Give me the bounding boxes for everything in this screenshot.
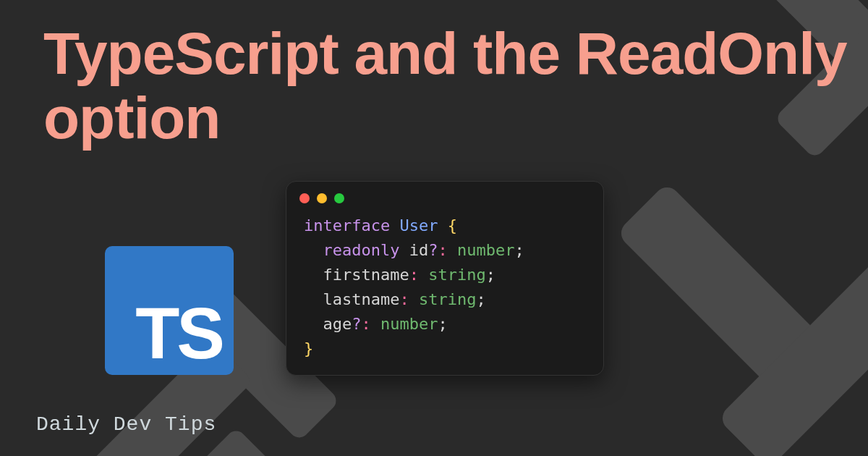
code-keyword: interface <box>304 216 390 235</box>
code-prop: id <box>409 241 429 259</box>
code-brace-open: { <box>448 216 457 235</box>
window-controls <box>286 182 603 209</box>
minimize-icon <box>317 193 327 203</box>
code-window: interface User { readonly id?: number; f… <box>286 181 604 376</box>
code-typename: User <box>399 216 438 235</box>
code-type: number <box>457 241 514 259</box>
code-optional: ? <box>428 241 438 259</box>
close-icon <box>299 193 310 203</box>
code-prop: firstname <box>323 266 409 284</box>
page-title: TypeScript and the ReadOnly option <box>43 22 868 150</box>
code-semi: ; <box>486 266 495 284</box>
footer-text: Daily Dev Tips <box>36 413 216 436</box>
code-colon: : <box>399 290 409 308</box>
code-brace-close: } <box>304 339 313 358</box>
code-colon: : <box>438 241 447 259</box>
code-semi: ; <box>476 290 485 308</box>
code-block: interface User { readonly id?: number; f… <box>286 209 603 362</box>
code-type: number <box>380 315 438 333</box>
code-type: string <box>419 290 476 308</box>
code-readonly: readonly <box>323 241 400 259</box>
code-semi: ; <box>514 241 524 259</box>
code-colon: : <box>409 266 419 284</box>
typescript-logo-text: TS <box>135 297 222 369</box>
code-prop: age <box>323 315 352 333</box>
code-colon: : <box>362 315 371 333</box>
code-prop: lastname <box>323 290 400 308</box>
code-type: string <box>428 266 485 284</box>
code-semi: ; <box>438 315 447 333</box>
maximize-icon <box>334 193 344 203</box>
code-optional: ? <box>352 315 361 333</box>
typescript-logo: TS <box>105 246 234 375</box>
